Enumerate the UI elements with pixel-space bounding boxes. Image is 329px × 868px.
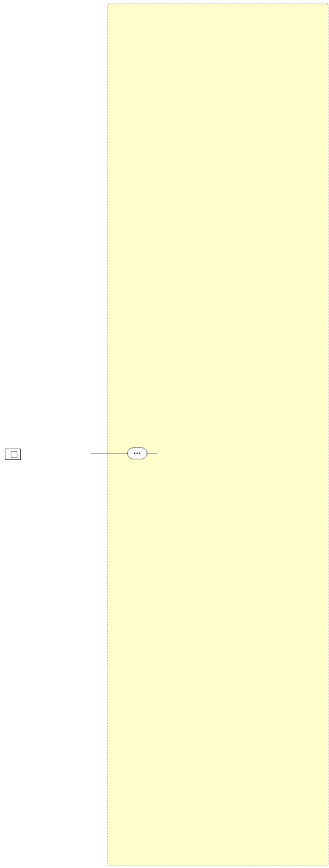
root-element[interactable]	[5, 449, 21, 460]
expand-icon[interactable]	[11, 451, 17, 458]
connector-line	[146, 453, 157, 454]
type-frame	[107, 4, 328, 866]
dots-icon: •••	[134, 450, 141, 456]
connector-line	[107, 453, 127, 454]
sequence-compositor[interactable]: •••	[127, 447, 147, 459]
connector-line	[91, 453, 107, 454]
